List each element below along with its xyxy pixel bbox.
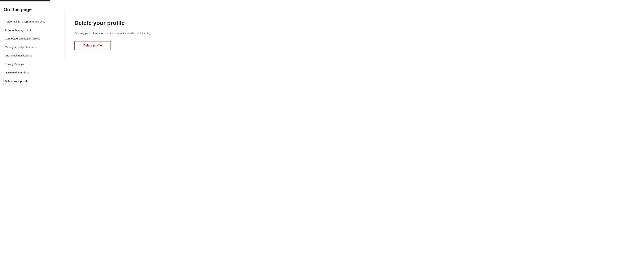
main-content: Delete your profile Deleting your inform… [50,0,644,255]
sidebar-item-qa-email[interactable]: Q&A email notifications [4,51,50,60]
delete-profile-card: Delete your profile Deleting your inform… [64,11,225,59]
sidebar-item-account-management[interactable]: Account Management [4,26,50,35]
sidebar-item-personal-info[interactable]: Personal info, username and URL [4,17,50,26]
sidebar-item-download-data[interactable]: Download your data [4,68,50,77]
delete-profile-button[interactable]: Delete profile [74,41,111,50]
sidebar-item-privacy-settings[interactable]: Privacy Settings [4,60,50,68]
sidebar-item-manage-email[interactable]: Manage email preferences [4,43,50,52]
sidebar-item-connected-cert[interactable]: Connected certification profile [4,34,50,43]
sidebar: On this page Personal info, username and… [0,0,50,255]
sidebar-nav: Personal info, username and URL Account … [4,17,50,85]
sidebar-title: On this page [4,7,50,12]
sidebar-top-bar [0,0,50,2]
section-title: Delete your profile [74,20,215,26]
sidebar-item-delete-profile[interactable]: Delete your profile [4,77,50,85]
section-description: Deleting your information does not impac… [74,31,215,35]
